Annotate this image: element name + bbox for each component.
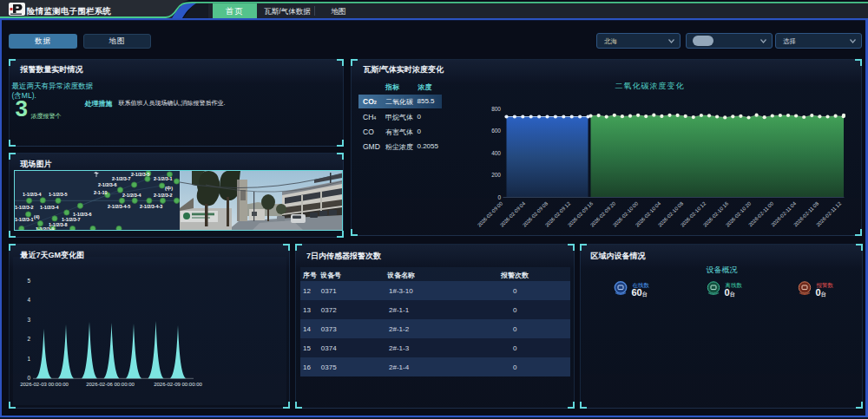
svg-text:(中): (中) bbox=[165, 186, 173, 191]
svg-text:2026-02-06 00:00:00: 2026-02-06 00:00:00 bbox=[86, 382, 135, 387]
svg-text:2026-02-09 00:00:00: 2026-02-09 00:00:00 bbox=[154, 382, 202, 387]
svg-text:0: 0 bbox=[27, 375, 30, 381]
svg-text:2-1/2/3-6: 2-1/2/3-6 bbox=[98, 182, 117, 187]
svg-text:2: 2 bbox=[27, 336, 30, 342]
svg-text:(4): (4) bbox=[34, 214, 40, 219]
svg-text:2-1/2/3-2: 2-1/2/3-2 bbox=[154, 193, 173, 198]
svg-text:2-1/2/3-5: 2-1/2/3-5 bbox=[131, 172, 150, 177]
svg-text:5: 5 bbox=[27, 278, 30, 284]
svg-text:1: 1 bbox=[27, 356, 30, 362]
svg-text:200: 200 bbox=[491, 172, 501, 178]
svg-text:1-1/2/3-4: 1-1/2/3-4 bbox=[23, 192, 42, 197]
svg-text:0: 0 bbox=[497, 194, 501, 200]
svg-text:2-1/2/3-4-3: 2-1/2/3-4-3 bbox=[140, 204, 162, 209]
svg-text:2026-02-11 12: 2026-02-11 12 bbox=[815, 200, 842, 227]
svg-text:2-1/2/3-4-5: 2-1/2/3-4-5 bbox=[108, 204, 130, 209]
svg-text:3: 3 bbox=[27, 317, 30, 323]
svg-text:2-1/2/3-1: 2-1/2/3-1 bbox=[154, 176, 173, 181]
svg-text:4: 4 bbox=[27, 297, 30, 303]
svg-text:600: 600 bbox=[491, 128, 501, 134]
svg-text:2-1/2/3-7: 2-1/2/3-7 bbox=[112, 176, 131, 181]
svg-text:1-1/2/3-2: 1-1/2/3-2 bbox=[15, 205, 34, 210]
svg-text:1-1/2/3-9: 1-1/2/3-9 bbox=[36, 226, 55, 230]
svg-text:1-1/2/3-5: 1-1/2/3-5 bbox=[49, 192, 68, 197]
svg-text:2-1/2/3-4: 2-1/2/3-4 bbox=[122, 193, 141, 198]
svg-text:2-1-10: 2-1-10 bbox=[94, 190, 108, 195]
svg-text:800: 800 bbox=[491, 106, 501, 112]
svg-text:1-1/2/3-4: 1-1/2/3-4 bbox=[40, 205, 59, 210]
svg-text:2026-02-03 00:00:00: 2026-02-03 00:00:00 bbox=[20, 382, 69, 387]
svg-text:400: 400 bbox=[491, 150, 501, 156]
svg-text:1-1/2/3-1: 1-1/2/3-1 bbox=[15, 217, 34, 222]
